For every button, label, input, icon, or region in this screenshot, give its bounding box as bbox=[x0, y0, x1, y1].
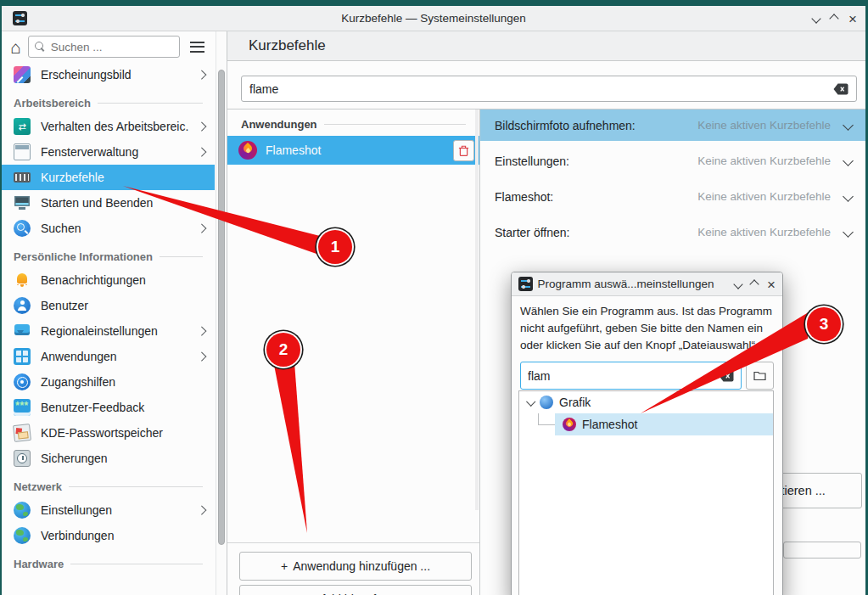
dialog-clear-search-icon[interactable] bbox=[719, 370, 734, 382]
dialog-body: Wählen Sie ein Programm aus. Ist das Pro… bbox=[512, 296, 782, 390]
shortcuts-icon bbox=[14, 169, 31, 186]
application-name: Flameshot bbox=[266, 143, 445, 157]
maximize-button[interactable] bbox=[829, 14, 838, 23]
sidebar-section-header: Hardware bbox=[2, 548, 215, 575]
dialog-maximize-button[interactable] bbox=[749, 279, 759, 289]
workspace-behavior-icon bbox=[14, 118, 31, 135]
search-icon bbox=[35, 42, 46, 53]
chevron-right-icon bbox=[197, 70, 206, 80]
sidebar-section-header: Netzwerk bbox=[2, 471, 215, 497]
sidebar-item-kurzbefehle[interactable]: Kurzbefehle bbox=[2, 165, 215, 190]
notifications-icon bbox=[14, 272, 31, 289]
tree-item-flameshot[interactable]: Flameshot bbox=[555, 413, 773, 435]
titlebar[interactable]: Kurzbefehle — Systemeinstellungen × bbox=[2, 6, 865, 31]
sidebar-item-zugangshilfen[interactable]: Zugangshilfen bbox=[2, 369, 215, 395]
flameshot-icon bbox=[238, 141, 257, 160]
sidebar-item-anwendungen[interactable]: Anwendungen bbox=[2, 344, 215, 369]
applications-section-header: Anwendungen bbox=[227, 109, 479, 136]
sidebar-scrollbar-thumb[interactable] bbox=[218, 70, 225, 545]
dialog-minimize-button[interactable] bbox=[733, 279, 742, 289]
sidebar-item-kde-passwortspeicher[interactable]: KDE-Passwortspeicher bbox=[2, 420, 215, 446]
sidebar-item-erscheinungsbild[interactable]: Erscheinungsbild bbox=[2, 62, 215, 87]
dialog-close-button[interactable]: × bbox=[767, 278, 776, 292]
page-title: Kurzbefehle bbox=[249, 37, 326, 54]
dialog-title: Programm auswä...meinstellungen bbox=[535, 278, 716, 290]
program-tree[interactable]: Grafik Flameshot bbox=[518, 390, 774, 595]
sidebar-item-benutzer-feedback[interactable]: Benutzer-Feedback bbox=[2, 395, 215, 420]
choose-program-dialog: Programm auswä...meinstellungen × Wählen… bbox=[511, 272, 783, 595]
trash-icon bbox=[457, 144, 470, 157]
window-title: Kurzbefehle — Systemeinstellungen bbox=[2, 12, 865, 25]
sidebar-search-field[interactable] bbox=[51, 41, 173, 53]
close-button[interactable]: × bbox=[848, 12, 857, 26]
systemsettings-window: Kurzbefehle — Systemeinstellungen × ⌂ Er… bbox=[2, 6, 865, 595]
sidebar-item-netzwerk-einstellungen[interactable]: Einstellungen bbox=[2, 497, 215, 523]
shortcut-search-input[interactable] bbox=[241, 76, 857, 102]
clear-search-icon[interactable] bbox=[833, 83, 848, 95]
search-blue-icon bbox=[14, 220, 31, 237]
shortcut-row[interactable]: Bildschirmfoto aufnehmen: Keine aktiven … bbox=[480, 109, 865, 141]
chevron-down-icon[interactable] bbox=[843, 191, 854, 202]
sidebar-section-header: Arbeitsbereich bbox=[2, 87, 215, 114]
grafik-category-icon bbox=[540, 396, 553, 409]
sidebar-item-verbindungen[interactable]: Verbindungen bbox=[2, 523, 215, 548]
chevron-right-icon bbox=[197, 224, 206, 233]
applications-pane: Anwendungen Flameshot bbox=[227, 109, 479, 595]
dialog-search-input[interactable] bbox=[520, 362, 742, 390]
chevron-right-icon bbox=[197, 352, 206, 362]
partial-button-bottom-right[interactable] bbox=[783, 542, 861, 559]
sidebar-toolbar: ⌂ bbox=[2, 31, 215, 62]
plus-icon: + bbox=[281, 559, 288, 573]
chevron-right-icon bbox=[197, 327, 206, 336]
home-icon[interactable]: ⌂ bbox=[10, 38, 21, 56]
window-management-icon bbox=[14, 143, 31, 160]
sidebar-item-suchen[interactable]: Suchen bbox=[2, 216, 215, 241]
dialog-search-field[interactable] bbox=[528, 369, 719, 383]
sidebar-list: Erscheinungsbild Arbeitsbereich Verhalte… bbox=[2, 62, 215, 595]
chevron-right-icon bbox=[197, 506, 206, 515]
sidebar-item-starten-und-beenden[interactable]: Starten und Beenden bbox=[2, 190, 215, 216]
appearance-icon bbox=[14, 66, 31, 83]
sidebar-scrollbar[interactable] bbox=[216, 31, 226, 595]
dialog-titlebar[interactable]: Programm auswä...meinstellungen × bbox=[512, 272, 782, 296]
sidebar-item-fensterverwaltung[interactable]: Fensterverwaltung bbox=[2, 139, 215, 165]
sidebar-search-input[interactable] bbox=[28, 36, 180, 58]
shortcut-search-field[interactable] bbox=[249, 82, 833, 96]
applications-header-label: Anwendungen bbox=[241, 118, 317, 131]
flameshot-icon bbox=[563, 418, 576, 431]
add-command-button[interactable]: + Befehl hinzufügen ... bbox=[239, 585, 472, 595]
shortcut-row[interactable]: Einstellungen: Keine aktiven Kurzbefehle bbox=[480, 145, 865, 177]
window-frame bbox=[0, 0, 868, 6]
accessibility-icon bbox=[14, 373, 31, 390]
sidebar-item-regionaleinstellungen[interactable]: Regionaleinstellungen bbox=[2, 318, 215, 344]
add-application-button[interactable]: + Anwendung hinzufügen ... bbox=[239, 552, 472, 581]
sidebar-item-verhalten-des-arbeitsbereichs[interactable]: Verhalten des Arbeitsbereic... bbox=[2, 114, 215, 139]
backups-icon bbox=[14, 450, 31, 467]
dialog-instructions: Wählen Sie ein Programm aus. Ist das Pro… bbox=[520, 303, 776, 354]
users-icon bbox=[14, 297, 31, 314]
chevron-down-icon[interactable] bbox=[843, 155, 854, 166]
chevron-down-icon[interactable] bbox=[843, 120, 854, 131]
minimize-button[interactable] bbox=[811, 14, 820, 23]
chevron-down-icon[interactable] bbox=[843, 227, 854, 238]
sidebar: ⌂ Erscheinungsbild Arbeitsbereich Verhal… bbox=[2, 31, 215, 595]
file-dialog-button[interactable] bbox=[746, 362, 774, 390]
chevron-right-icon bbox=[197, 122, 206, 132]
tree-group-grafik[interactable]: Grafik bbox=[519, 391, 773, 413]
globe-icon bbox=[14, 502, 31, 519]
tree-expander-icon[interactable] bbox=[526, 397, 535, 407]
application-row-flameshot[interactable]: Flameshot bbox=[227, 136, 479, 165]
shortcut-row[interactable]: Flameshot: Keine aktiven Kurzbefehle bbox=[480, 181, 865, 212]
regional-icon bbox=[14, 323, 31, 340]
sidebar-item-benachrichtigungen[interactable]: Benachrichtigungen bbox=[2, 267, 215, 293]
screen: Kurzbefehle — Systemeinstellungen × ⌂ Er… bbox=[0, 0, 868, 595]
startup-icon bbox=[14, 194, 31, 211]
folder-icon bbox=[753, 370, 766, 381]
remove-application-button[interactable] bbox=[453, 140, 474, 161]
sidebar-item-benutzer[interactable]: Benutzer bbox=[2, 293, 215, 318]
shortcut-row[interactable]: Starter öffnen: Keine aktiven Kurzbefehl… bbox=[480, 216, 865, 248]
applications-scrollbar[interactable] bbox=[475, 109, 479, 510]
sidebar-item-sicherungen[interactable]: Sicherungen bbox=[2, 446, 215, 471]
hamburger-menu-icon[interactable] bbox=[190, 42, 204, 53]
feedback-icon bbox=[14, 399, 31, 416]
